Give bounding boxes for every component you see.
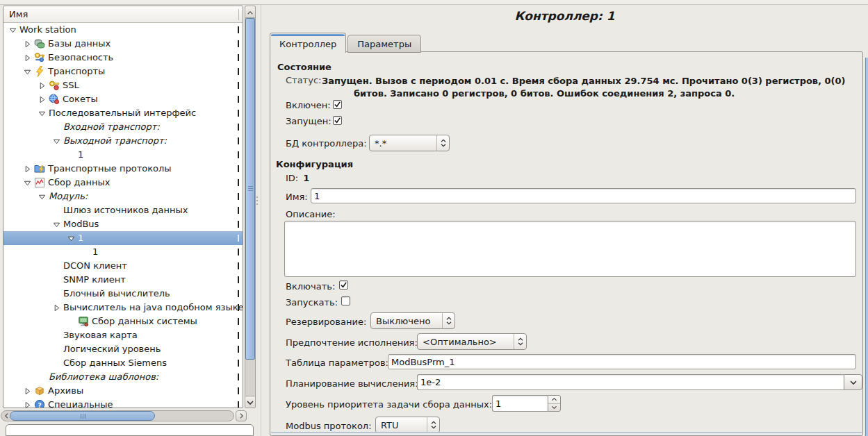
preference-combobox[interactable]: <Оптимально> bbox=[417, 333, 527, 350]
scroll-down-button[interactable] bbox=[245, 396, 255, 408]
expander-closed-icon[interactable] bbox=[24, 165, 34, 173]
controller-db-combobox[interactable]: *.* bbox=[369, 135, 450, 151]
tree-row[interactable]: Последовательный интерфейс bbox=[3, 106, 243, 120]
expander-closed-icon[interactable] bbox=[38, 81, 49, 90]
redundancy-label: Резервирование: bbox=[286, 317, 366, 327]
tree-row[interactable]: Вычислитель на java подобном языке bbox=[3, 301, 243, 315]
expander-open-icon[interactable] bbox=[53, 220, 63, 228]
tree-row[interactable]: Безопасность bbox=[3, 51, 243, 65]
tree-row[interactable]: DCON клиент bbox=[3, 259, 243, 273]
expander-open-icon[interactable] bbox=[38, 192, 49, 201]
expander-open-icon[interactable] bbox=[67, 234, 78, 242]
expander-closed-icon[interactable] bbox=[24, 53, 34, 62]
tree-row[interactable]: 1 bbox=[3, 245, 243, 259]
tree-row[interactable]: Логический уровень bbox=[3, 342, 243, 356]
schedule-label: Планирование вычисления: bbox=[286, 378, 418, 389]
spin-down-icon[interactable] bbox=[548, 404, 560, 412]
panel-vertical-scrollbar[interactable] bbox=[865, 58, 868, 436]
tree-row[interactable]: Выходной транспорт: bbox=[3, 134, 243, 148]
tree-row[interactable]: Архивы bbox=[3, 384, 243, 398]
expander-open-icon[interactable] bbox=[24, 178, 34, 187]
combo-arrows-icon bbox=[442, 313, 455, 328]
priority-input[interactable] bbox=[492, 395, 548, 412]
tab-controller-label: Контроллер bbox=[279, 39, 336, 49]
expander-open-icon[interactable] bbox=[9, 26, 19, 34]
tree-item-label: 1 bbox=[78, 231, 83, 245]
redundancy-combobox[interactable]: Выключено bbox=[370, 312, 455, 329]
tab-parameters[interactable]: Параметры bbox=[347, 35, 421, 53]
expander-open-icon[interactable] bbox=[38, 109, 49, 117]
combo-arrows-icon bbox=[514, 334, 526, 349]
expander-open-icon[interactable] bbox=[24, 67, 34, 76]
scroll-right-button[interactable] bbox=[236, 410, 247, 421]
tree-row[interactable]: SSL bbox=[3, 78, 243, 92]
expander-closed-icon[interactable] bbox=[24, 387, 34, 395]
tree-row[interactable]: 1 bbox=[3, 148, 243, 162]
panel-splitter-handle[interactable] bbox=[256, 194, 259, 210]
horizontal-scrollbar-thumb[interactable] bbox=[10, 411, 155, 421]
tree-item-label: Work station bbox=[19, 23, 76, 37]
to-enable-checkbox[interactable] bbox=[339, 280, 348, 290]
tree-row[interactable]: Транспорты bbox=[3, 65, 243, 78]
enabled-checkbox[interactable] bbox=[333, 100, 342, 109]
priority-spinbox[interactable] bbox=[492, 395, 561, 412]
tree-row[interactable]: Звуковая карта bbox=[3, 328, 243, 342]
expander-open-icon[interactable] bbox=[53, 137, 63, 145]
scroll-up-button[interactable] bbox=[245, 6, 255, 18]
tree-viewport: Work stationБазы данныхБезопасностьТранс… bbox=[3, 23, 243, 408]
expander-spacer bbox=[53, 345, 63, 353]
status-label: Статус: bbox=[286, 75, 321, 85]
tab-controller[interactable]: Контроллер bbox=[270, 33, 346, 53]
expander-closed-icon[interactable] bbox=[24, 401, 34, 408]
dropdown-button[interactable] bbox=[844, 374, 862, 390]
tree-row[interactable]: Work station bbox=[3, 23, 243, 37]
chevron-up-icon bbox=[247, 7, 254, 17]
tree-row[interactable]: Транспортные протоколы bbox=[3, 162, 243, 176]
controller-db-label: БД контроллера: bbox=[286, 138, 367, 149]
tree-horizontal-scrollbar[interactable] bbox=[1, 410, 234, 421]
tree-vertical-scrollbar[interactable] bbox=[245, 6, 256, 408]
tree-row[interactable]: Сбор данных bbox=[3, 176, 243, 190]
spin-up-icon[interactable] bbox=[548, 396, 560, 404]
ssl-key-icon bbox=[49, 80, 60, 91]
schedule-input[interactable] bbox=[417, 374, 844, 390]
description-textarea[interactable] bbox=[284, 221, 856, 277]
tree-column-header[interactable]: Имя bbox=[3, 6, 243, 23]
tree-row[interactable]: Базы данных bbox=[3, 37, 243, 51]
tree-row[interactable]: Шлюз источников данных bbox=[3, 203, 243, 217]
to-start-checkbox[interactable] bbox=[341, 296, 350, 305]
expander-closed-icon[interactable] bbox=[53, 303, 63, 312]
param-table-input[interactable] bbox=[388, 354, 856, 369]
id-row: ID: 1 bbox=[286, 173, 309, 183]
expander-spacer bbox=[53, 262, 63, 270]
tree-row-selected[interactable]: 1 bbox=[3, 231, 243, 245]
tree-row[interactable]: Сбор данных системы bbox=[3, 315, 243, 328]
schedule-combobox[interactable] bbox=[417, 374, 862, 390]
tree-row[interactable]: Модуль: bbox=[3, 190, 243, 203]
started-checkbox[interactable] bbox=[333, 116, 342, 125]
preference-value: <Оптимально> bbox=[423, 337, 511, 347]
tree-row[interactable]: ?Специальные bbox=[3, 398, 243, 408]
tree-row[interactable]: ModBus bbox=[3, 217, 243, 231]
vertical-scrollbar-thumb[interactable] bbox=[245, 18, 255, 360]
tree-item-label: Сбор данных bbox=[48, 176, 110, 190]
tree-row[interactable]: Сокеты bbox=[3, 92, 243, 106]
tree-row[interactable]: Блочный вычислитель bbox=[3, 287, 243, 301]
spin-buttons[interactable] bbox=[548, 395, 561, 412]
tab-parameters-label: Параметры bbox=[357, 39, 411, 49]
lightning-icon bbox=[34, 66, 46, 77]
expander-spacer bbox=[67, 317, 78, 326]
next-section-edge bbox=[271, 432, 862, 436]
column-separator[interactable] bbox=[238, 9, 239, 20]
expander-spacer bbox=[67, 151, 78, 159]
expander-closed-icon[interactable] bbox=[24, 40, 34, 48]
tree-row[interactable]: Сбор данных Siemens bbox=[3, 356, 243, 370]
combo-arrows-icon bbox=[427, 417, 439, 433]
expander-closed-icon[interactable] bbox=[38, 95, 49, 103]
tree-row[interactable]: SNMP клиент bbox=[3, 273, 243, 287]
tree-item-label: Транспортные протоколы bbox=[48, 162, 172, 176]
tree-row[interactable]: Входной транспорт: bbox=[3, 120, 243, 134]
name-input[interactable] bbox=[311, 188, 856, 203]
protocol-combobox[interactable]: RTU bbox=[375, 417, 440, 433]
tree-row[interactable]: Библиотека шаблонов: bbox=[3, 370, 243, 384]
